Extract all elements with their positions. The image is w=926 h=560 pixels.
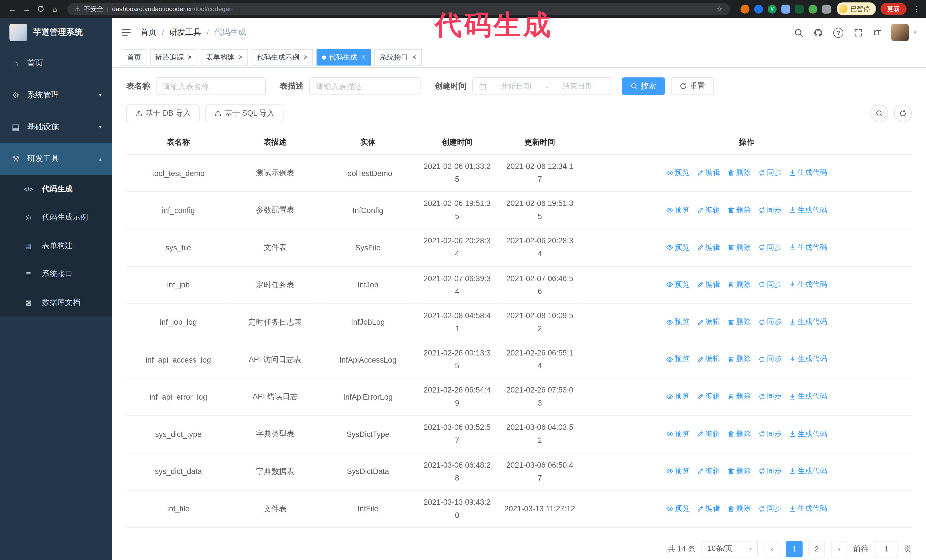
sidebar-item[interactable]: ▤ 基础设施 ▾: [0, 111, 112, 143]
breadcrumb-home[interactable]: 首页: [141, 27, 156, 38]
close-icon[interactable]: ×: [362, 54, 366, 61]
fullscreen-icon[interactable]: [854, 28, 863, 37]
extension-icon[interactable]: [795, 5, 804, 14]
chevron-down-icon[interactable]: ▾: [914, 30, 916, 36]
goto-page-input[interactable]: [875, 540, 898, 557]
avatar[interactable]: [891, 24, 909, 41]
row-action-link[interactable]: 删除: [728, 466, 751, 476]
extension-icon[interactable]: [754, 5, 763, 14]
date-range-picker[interactable]: 开始日期 - 结束日期: [472, 77, 611, 95]
row-action-link[interactable]: 同步: [758, 242, 782, 252]
tab[interactable]: 系统接口 ×: [374, 49, 422, 65]
row-action-link[interactable]: 预览: [666, 317, 690, 327]
sidebar-item[interactable]: ◎ 代码生成示例: [0, 203, 112, 231]
bookmark-star-icon[interactable]: ☆: [716, 5, 723, 14]
row-action-link[interactable]: 预览: [666, 392, 690, 402]
row-action-link[interactable]: 编辑: [697, 242, 720, 252]
tab[interactable]: 链路追踪 ×: [150, 49, 197, 65]
row-action-link[interactable]: 删除: [728, 354, 751, 364]
row-action-link[interactable]: 编辑: [697, 317, 720, 327]
sidebar-item[interactable]: ⚒ 研发工具 ▴: [0, 143, 112, 175]
row-action-link[interactable]: 预览: [666, 205, 690, 215]
row-action-link[interactable]: 生成代码: [789, 168, 827, 178]
table-name-input[interactable]: [156, 77, 265, 95]
row-action-link[interactable]: 删除: [728, 504, 751, 513]
row-action-link[interactable]: 预览: [666, 280, 690, 290]
extension-icon[interactable]: [809, 5, 817, 14]
row-action-link[interactable]: 编辑: [697, 504, 720, 513]
github-icon[interactable]: [814, 28, 823, 37]
extension-icon[interactable]: V: [768, 5, 777, 14]
row-action-link[interactable]: 编辑: [697, 429, 720, 439]
page-button-1[interactable]: 1: [786, 540, 803, 557]
close-icon[interactable]: ×: [412, 54, 416, 61]
row-action-link[interactable]: 同步: [758, 354, 782, 364]
row-action-link[interactable]: 同步: [758, 392, 782, 402]
row-action-link[interactable]: 生成代码: [789, 205, 827, 215]
search-button[interactable]: 搜索: [622, 77, 665, 95]
breadcrumb-tools[interactable]: 研发工具: [169, 27, 201, 38]
tab[interactable]: 代码生成示例 ×: [251, 49, 313, 65]
row-action-link[interactable]: 删除: [728, 242, 751, 252]
row-action-link[interactable]: 预览: [666, 466, 690, 476]
row-action-link[interactable]: 预览: [666, 429, 690, 439]
table-desc-input[interactable]: [309, 77, 421, 95]
back-button[interactable]: ←: [6, 2, 19, 15]
reload-button[interactable]: [34, 2, 47, 15]
tab[interactable]: 代码生成 ×: [316, 49, 371, 65]
close-icon[interactable]: ×: [303, 54, 308, 61]
paused-badge[interactable]: 已暂停: [837, 2, 876, 15]
row-action-link[interactable]: 预览: [666, 354, 690, 364]
sidebar-item[interactable]: </> 代码生成: [0, 175, 112, 203]
row-action-link[interactable]: 生成代码: [789, 317, 827, 327]
row-action-link[interactable]: 删除: [728, 317, 751, 327]
row-action-link[interactable]: 删除: [728, 205, 751, 215]
row-action-link[interactable]: 删除: [728, 168, 751, 178]
address-bar[interactable]: ⚠ 不安全 | dashboard.yudao.iocoder.cn/tool/…: [67, 3, 730, 15]
reset-button[interactable]: 重置: [671, 77, 714, 95]
tab[interactable]: 首页: [122, 49, 147, 65]
sidebar-item[interactable]: ⚙ 系统管理 ▾: [0, 79, 112, 111]
security-label[interactable]: 不安全: [84, 5, 103, 14]
puzzle-extensions-icon[interactable]: [822, 5, 831, 14]
row-action-link[interactable]: 编辑: [697, 466, 720, 476]
browser-home-button[interactable]: ⌂: [48, 2, 62, 15]
row-action-link[interactable]: 编辑: [697, 168, 720, 178]
row-action-link[interactable]: 删除: [728, 280, 751, 290]
row-action-link[interactable]: 预览: [666, 168, 690, 178]
row-action-link[interactable]: 同步: [758, 317, 782, 327]
import-sql-button[interactable]: 基于 SQL 导入: [206, 104, 283, 122]
app-logo[interactable]: 芋道管理系统: [0, 18, 112, 47]
row-action-link[interactable]: 删除: [728, 429, 751, 439]
sidebar-item[interactable]: ≣ 系统接口: [0, 260, 112, 288]
row-action-link[interactable]: 生成代码: [789, 504, 827, 513]
row-action-link[interactable]: 同步: [758, 466, 782, 476]
prev-page-button[interactable]: ‹: [764, 540, 780, 557]
row-action-link[interactable]: 同步: [758, 429, 782, 439]
row-action-link[interactable]: 生成代码: [789, 392, 827, 402]
row-action-link[interactable]: 预览: [666, 504, 690, 513]
import-db-button[interactable]: 基于 DB 导入: [127, 104, 200, 122]
row-action-link[interactable]: 生成代码: [789, 466, 827, 476]
sidebar-item[interactable]: ▦ 表单构建: [0, 231, 112, 260]
toggle-search-button[interactable]: [870, 104, 888, 122]
row-action-link[interactable]: 生成代码: [789, 429, 827, 439]
page-size-select[interactable]: 10条/页 ▾: [702, 540, 758, 557]
row-action-link[interactable]: 删除: [728, 392, 751, 402]
browser-menu-icon[interactable]: ⋮: [912, 5, 920, 14]
row-action-link[interactable]: 编辑: [697, 354, 720, 364]
row-action-link[interactable]: 编辑: [697, 280, 720, 290]
update-button[interactable]: 更新: [881, 3, 906, 15]
row-action-link[interactable]: 同步: [758, 280, 782, 290]
font-size-icon[interactable]: tT: [873, 28, 881, 37]
extension-icon[interactable]: [781, 5, 790, 14]
row-action-link[interactable]: 同步: [758, 504, 782, 513]
forward-button[interactable]: →: [20, 2, 33, 15]
row-action-link[interactable]: 生成代码: [789, 242, 827, 252]
row-action-link[interactable]: 预览: [666, 242, 690, 252]
refresh-table-button[interactable]: [894, 104, 912, 122]
row-action-link[interactable]: 同步: [758, 168, 782, 178]
search-icon[interactable]: [794, 28, 803, 37]
help-icon[interactable]: ?: [834, 27, 843, 37]
sidebar-item[interactable]: ⌂ 首页: [0, 47, 112, 79]
